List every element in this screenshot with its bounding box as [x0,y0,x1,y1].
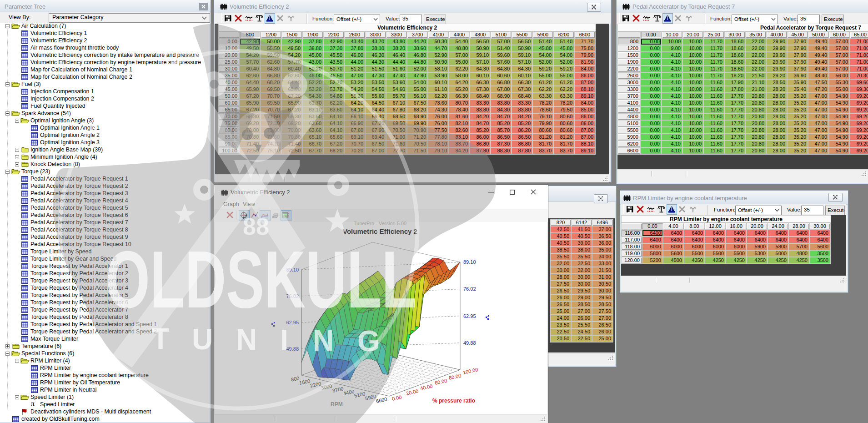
svg-text:100.00: 100.00 [462,367,478,375]
svg-text:89.10: 89.10 [286,267,299,272]
svg-text:76.02: 76.02 [463,286,476,292]
svg-text:0.00: 0.00 [391,394,402,402]
svg-text:40.00: 40.00 [420,383,433,391]
svg-text:89.10: 89.10 [463,259,476,265]
svg-text:76.02: 76.02 [286,293,299,299]
svg-text:3700: 3700 [332,386,344,393]
svg-text:5100: 5100 [354,391,366,398]
svg-text:49.88: 49.88 [286,346,299,352]
svg-text:% pressure ratio: % pressure ratio [432,398,475,404]
svg-text:1500: 1500 [299,378,311,386]
svg-text:62.95: 62.95 [286,320,299,325]
svg-text:4400: 4400 [343,388,355,396]
svg-text:3000: 3000 [321,383,332,391]
svg-text:RPM: RPM [331,401,343,408]
svg-text:2200: 2200 [310,381,321,388]
svg-text:62.95: 62.95 [463,313,476,319]
svg-text:49.88: 49.88 [463,340,476,346]
svg-text:TunerPro - Version 5.00: TunerPro - Version 5.00 [354,221,406,226]
svg-text:800: 800 [291,375,300,383]
svg-text:5900: 5900 [365,393,376,401]
svg-text:80.00: 80.00 [448,373,462,380]
svg-text:Volumetric Efficiency 2: Volumetric Efficiency 2 [343,227,417,235]
svg-text:6600: 6600 [376,396,387,404]
